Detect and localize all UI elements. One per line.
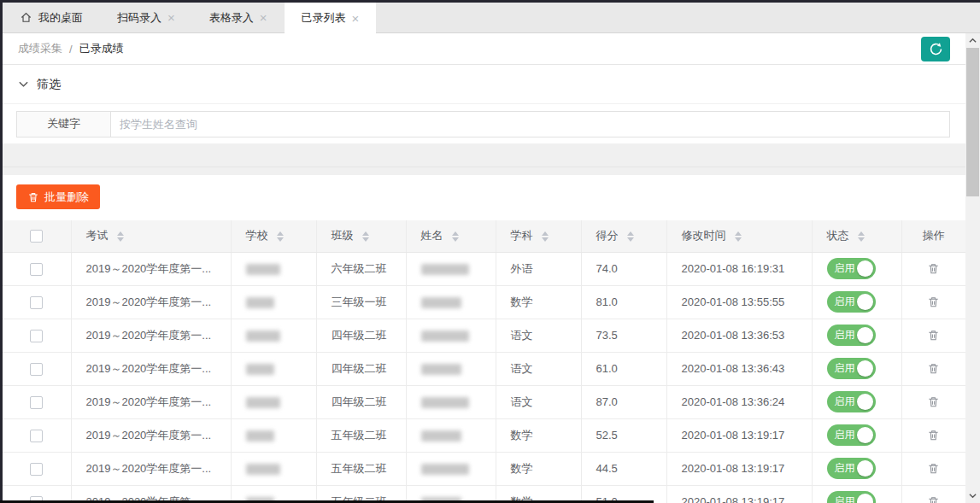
tab[interactable]: 扫码录入 × — [100, 3, 192, 32]
action-cell — [901, 485, 965, 503]
column-header[interactable]: 得分 — [581, 220, 666, 252]
status-toggle[interactable]: 启用 — [827, 491, 876, 503]
vertical-scrollbar[interactable] — [965, 33, 980, 503]
tab-close-icon[interactable]: × — [352, 12, 360, 25]
score-cell: 44.5 — [581, 452, 666, 485]
redacted-school — [246, 264, 280, 275]
status-toggle[interactable]: 启用 — [827, 325, 876, 346]
sort-icon[interactable] — [542, 231, 549, 242]
class-cell: 五年级二班 — [316, 418, 406, 452]
score-cell: 81.0 — [581, 285, 666, 319]
status-toggle-label: 启用 — [835, 328, 855, 342]
scroll-down-arrow-icon[interactable] — [965, 488, 980, 503]
status-toggle[interactable]: 启用 — [827, 291, 876, 313]
filter-section-header[interactable]: 筛选 — [3, 65, 965, 104]
score-cell: 61.0 — [581, 352, 666, 385]
scrollbar-thumb[interactable] — [966, 48, 979, 196]
tab[interactable]: 表格录入 × — [192, 3, 285, 32]
column-header[interactable]: 姓名 — [406, 220, 496, 252]
delete-row-button[interactable] — [925, 294, 942, 310]
tab-label: 我的桌面 — [38, 10, 83, 26]
column-label: 学科 — [511, 229, 533, 242]
main-content: 成绩采集 / 已录成绩 筛选 关键字 批量删除 — [3, 33, 965, 503]
row-checkbox[interactable] — [30, 463, 43, 476]
redacted-school — [246, 430, 274, 442]
table-row: 2019～2020学年度第一... 五年级二班 数学 44.5 2020-01-… — [3, 452, 965, 485]
column-header[interactable]: 状态 — [812, 220, 901, 252]
row-checkbox[interactable] — [30, 296, 43, 309]
column-header[interactable]: 修改时间 — [666, 220, 812, 252]
row-checkbox-cell — [3, 452, 71, 485]
refresh-icon — [929, 42, 943, 56]
school-cell — [231, 418, 316, 452]
sort-icon[interactable] — [117, 231, 124, 242]
tab-label: 已录列表 — [302, 10, 346, 26]
breadcrumb-parent[interactable]: 成绩采集 — [18, 41, 62, 56]
tab-bar: 我的桌面 扫码录入 × 表格录入 × 已录列表 × — [3, 3, 980, 33]
tab-close-icon[interactable]: × — [167, 11, 175, 24]
column-header[interactable]: 考试 — [71, 220, 231, 252]
table-row: 2019～2020学年度第一... 四年级二班 语文 73.5 2020-01-… — [3, 319, 965, 352]
delete-row-button[interactable] — [925, 394, 942, 410]
row-checkbox[interactable] — [30, 396, 43, 409]
status-cell: 启用 — [812, 452, 901, 485]
column-header[interactable]: 操作 — [901, 220, 965, 252]
row-checkbox[interactable] — [30, 263, 43, 276]
row-checkbox[interactable] — [30, 330, 43, 342]
sort-icon[interactable] — [735, 231, 742, 242]
delete-row-button[interactable] — [925, 260, 942, 277]
action-cell — [901, 352, 965, 385]
keyword-input[interactable] — [110, 111, 950, 137]
table-panel: 批量删除 考试 学校 班级 姓名 学科 得分 修改时间 状态 — [3, 175, 965, 503]
tab[interactable]: 已录列表 × — [285, 3, 377, 33]
modified-cell: 2020-01-08 13:55:55 — [666, 285, 812, 319]
name-cell — [406, 252, 496, 285]
sort-icon[interactable] — [362, 231, 369, 242]
status-toggle-label: 启用 — [835, 361, 855, 376]
sort-icon[interactable] — [452, 231, 459, 242]
row-checkbox[interactable] — [30, 363, 43, 376]
row-checkbox-cell — [3, 285, 71, 319]
status-toggle[interactable]: 启用 — [827, 424, 876, 446]
breadcrumb: 成绩采集 / 已录成绩 — [3, 33, 965, 65]
status-cell: 启用 — [812, 418, 901, 452]
delete-row-button[interactable] — [925, 427, 942, 443]
subject-cell: 外语 — [496, 252, 581, 285]
score-cell: 87.0 — [581, 385, 666, 418]
redacted-name — [421, 330, 469, 342]
subject-cell: 数学 — [496, 285, 581, 319]
status-toggle[interactable]: 启用 — [827, 458, 876, 479]
delete-row-button[interactable] — [925, 327, 942, 343]
action-cell — [901, 385, 965, 418]
delete-row-button[interactable] — [925, 360, 942, 377]
batch-delete-button[interactable]: 批量删除 — [16, 184, 100, 209]
sort-icon[interactable] — [627, 231, 634, 242]
scroll-up-arrow-icon[interactable] — [965, 33, 980, 48]
toggle-knob — [857, 327, 873, 343]
delete-row-button[interactable] — [925, 460, 942, 477]
status-toggle[interactable]: 启用 — [827, 258, 876, 279]
status-toggle[interactable]: 启用 — [827, 358, 876, 379]
status-toggle[interactable]: 启用 — [827, 391, 876, 412]
trash-icon — [927, 362, 940, 375]
column-header[interactable]: 学科 — [496, 220, 581, 252]
status-toggle-label: 启用 — [835, 295, 855, 309]
column-header[interactable]: 班级 — [316, 220, 406, 252]
sort-icon[interactable] — [858, 231, 865, 242]
refresh-button[interactable] — [921, 37, 950, 61]
action-cell — [901, 252, 965, 285]
results-table: 考试 学校 班级 姓名 学科 得分 修改时间 状态 操作 2019～202 — [3, 220, 965, 503]
sort-icon[interactable] — [277, 231, 284, 242]
tab-close-icon[interactable]: × — [260, 11, 267, 24]
class-cell: 四年级二班 — [316, 319, 406, 352]
tab[interactable]: 我的桌面 — [3, 3, 100, 32]
delete-row-button[interactable] — [925, 494, 942, 503]
row-checkbox[interactable] — [30, 430, 43, 442]
select-all-checkbox[interactable] — [30, 230, 43, 243]
table-row: 2019～2020学年度第一... 五年级二班 数学 52.5 2020-01-… — [3, 418, 965, 452]
row-checkbox-cell — [3, 252, 71, 285]
status-cell: 启用 — [812, 319, 901, 352]
subject-cell: 语文 — [496, 385, 581, 418]
column-label: 得分 — [596, 229, 619, 242]
column-header[interactable]: 学校 — [231, 220, 316, 252]
